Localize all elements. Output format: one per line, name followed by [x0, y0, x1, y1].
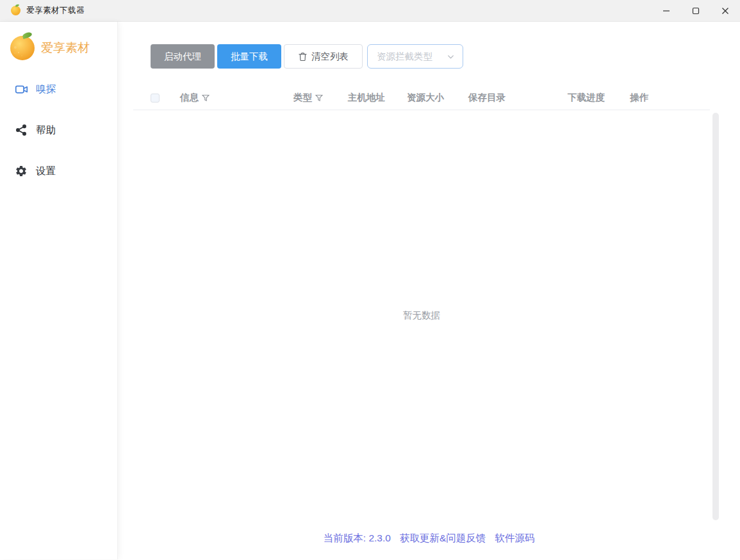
- column-header-size: 资源大小: [407, 92, 468, 104]
- filter-icon[interactable]: [315, 94, 323, 102]
- video-camera-icon: [14, 82, 28, 96]
- version-text: 当前版本: 2.3.0: [324, 532, 391, 545]
- toolbar: 启动代理 批量下载 清空列表 资源拦截类型: [151, 44, 463, 69]
- table-body: 暂无数据: [133, 110, 710, 521]
- resource-type-select[interactable]: 资源拦截类型: [367, 44, 463, 69]
- column-label: 主机地址: [348, 92, 385, 104]
- column-header-type: 类型: [293, 92, 348, 104]
- sidebar-item-settings[interactable]: 设置: [0, 158, 117, 185]
- maximize-icon: [692, 7, 700, 15]
- column-label: 类型: [293, 92, 312, 104]
- minimize-button[interactable]: [652, 0, 681, 22]
- share-icon: [14, 123, 28, 137]
- app-window: 爱享素材下载器 爱享素材: [0, 0, 740, 560]
- sidebar: 爱享素材 嗅探: [0, 22, 118, 559]
- titlebar: 爱享素材下载器: [0, 0, 740, 22]
- column-header-actions: 操作: [630, 92, 710, 104]
- vertical-scrollbar[interactable]: [712, 113, 719, 520]
- minimize-icon: [662, 7, 670, 15]
- update-feedback-link[interactable]: 获取更新&问题反馈: [400, 532, 486, 545]
- main-content: 启动代理 批量下载 清空列表 资源拦截类型: [118, 22, 740, 559]
- close-button[interactable]: [711, 0, 740, 22]
- sidebar-item-label: 设置: [36, 165, 56, 178]
- chevron-down-icon: [447, 53, 455, 61]
- select-all-checkbox[interactable]: [151, 94, 160, 103]
- select-all-cell: [151, 94, 180, 103]
- sidebar-item-label: 嗅探: [36, 83, 56, 96]
- batch-download-button[interactable]: 批量下载: [217, 44, 281, 69]
- app-logo-icon: [11, 6, 21, 15]
- column-label: 下载进度: [568, 92, 605, 104]
- start-proxy-button[interactable]: 启动代理: [151, 44, 215, 69]
- gear-icon: [14, 164, 28, 178]
- column-label: 操作: [630, 92, 648, 104]
- clear-list-button[interactable]: 清空列表: [284, 44, 363, 69]
- sidebar-nav: 嗅探 帮助: [0, 76, 117, 185]
- sidebar-item-sniff[interactable]: 嗅探: [0, 76, 117, 103]
- column-header-info: 信息: [180, 92, 293, 104]
- select-placeholder: 资源拦截类型: [377, 51, 432, 63]
- trash-icon: [298, 52, 308, 62]
- column-label: 保存目录: [468, 92, 506, 104]
- column-header-host: 主机地址: [348, 92, 407, 104]
- logo-text: 爱享素材: [41, 40, 90, 56]
- close-icon: [721, 7, 729, 15]
- source-code-link[interactable]: 软件源码: [495, 532, 534, 545]
- table-header: 信息 类型 主机地址 资源大小 保存: [133, 86, 710, 110]
- orange-fruit-icon: [10, 36, 35, 60]
- column-label: 资源大小: [407, 92, 444, 104]
- maximize-button[interactable]: [681, 0, 711, 22]
- window-title: 爱享素材下载器: [26, 5, 85, 16]
- column-header-progress: 下载进度: [568, 92, 630, 104]
- column-header-dir: 保存目录: [468, 92, 568, 104]
- app-logo: 爱享素材: [0, 36, 117, 60]
- filter-icon[interactable]: [202, 94, 210, 102]
- empty-state-text: 暂无数据: [403, 309, 440, 322]
- column-label: 信息: [180, 92, 199, 104]
- sidebar-item-label: 帮助: [36, 124, 56, 137]
- footer: 当前版本: 2.3.0 获取更新&问题反馈 软件源码: [118, 532, 740, 545]
- clear-list-label: 清空列表: [311, 51, 349, 63]
- sidebar-item-help[interactable]: 帮助: [0, 117, 117, 144]
